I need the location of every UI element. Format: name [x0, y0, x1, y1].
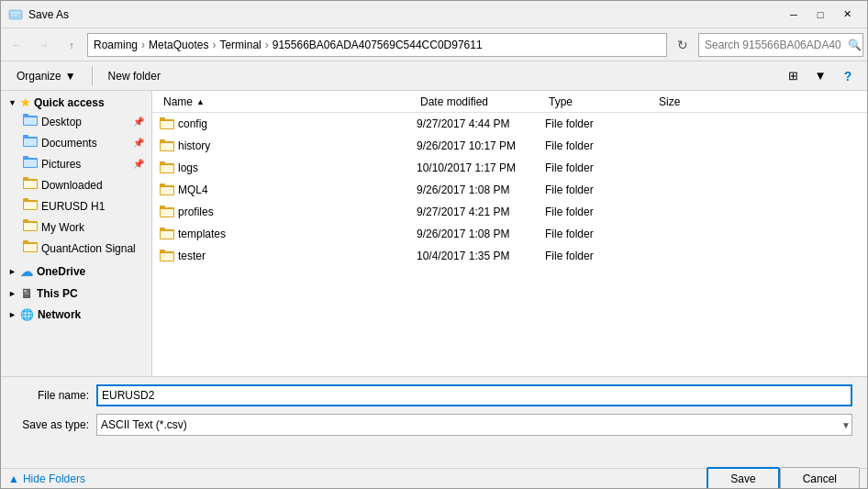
- folder-icon: [160, 117, 174, 130]
- minimize-button[interactable]: ─: [781, 6, 807, 24]
- refresh-button[interactable]: ↻: [671, 33, 695, 57]
- save-as-dialog: Save As ─ □ ✕ ← → ↑ Roaming › MetaQuotes…: [0, 0, 868, 489]
- desktop-label: Desktop: [41, 116, 129, 128]
- sidebar-section-quick-access: ▼ ★ Quick access Desktop 📌: [1, 94, 151, 259]
- help-button[interactable]: ?: [836, 65, 860, 87]
- sidebar-section-network: ► 🌐 Network: [1, 306, 151, 323]
- svg-rect-22: [24, 244, 37, 251]
- toolbar: Organize ▼ New folder ⊞ ▼ ?: [1, 61, 867, 91]
- sidebar-item-documents[interactable]: Documents 📌: [1, 132, 151, 153]
- organize-button[interactable]: Organize ▼: [8, 65, 84, 87]
- svg-rect-41: [160, 228, 165, 231]
- folder-icon: [160, 183, 174, 196]
- file-date: 9/27/2017 4:44 PM: [417, 117, 545, 130]
- file-list-header: Name ▲ Date modified Type Size: [152, 91, 867, 113]
- savetype-select[interactable]: ASCII Text (*.csv) CSV (*.csv) Text (*.t…: [96, 414, 852, 436]
- svg-rect-19: [24, 223, 37, 230]
- thispc-icon: 🖥: [20, 286, 33, 301]
- organize-arrow: ▼: [65, 70, 76, 83]
- svg-rect-43: [161, 253, 173, 261]
- svg-rect-14: [23, 177, 28, 181]
- file-area: Name ▲ Date modified Type Size: [152, 91, 867, 376]
- svg-rect-28: [161, 143, 173, 150]
- table-row[interactable]: history 9/26/2017 10:17 PM File folder: [152, 135, 867, 157]
- maximize-button[interactable]: □: [807, 6, 833, 24]
- sidebar-item-quantaction[interactable]: QuantAction Signal: [1, 238, 151, 259]
- quantaction-label: QuantAction Signal: [41, 242, 144, 255]
- table-row[interactable]: logs 10/10/2017 1:17 PM File folder: [152, 157, 867, 179]
- quick-access-label: Quick access: [34, 96, 105, 109]
- pictures-label: Pictures: [41, 158, 129, 171]
- file-type: File folder: [545, 183, 655, 196]
- table-row[interactable]: MQL4 9/26/2017 1:08 PM File folder: [152, 179, 867, 201]
- thispc-label: This PC: [37, 287, 78, 300]
- mywork-label: My Work: [41, 221, 144, 234]
- search-button[interactable]: 🔍: [848, 39, 862, 51]
- quick-access-arrow: ▼: [8, 98, 17, 107]
- title-bar: Save As ─ □ ✕: [1, 1, 867, 28]
- filename-label: File name:: [16, 389, 89, 402]
- sidebar-item-mywork[interactable]: My Work: [1, 217, 151, 238]
- search-input[interactable]: [698, 33, 863, 57]
- col-header-name[interactable]: Name ▲: [160, 91, 417, 112]
- save-button[interactable]: Save: [707, 467, 779, 490]
- pictures-icon: [23, 156, 38, 172]
- cancel-label: Cancel: [803, 472, 837, 485]
- search-wrapper: 🔍: [698, 33, 863, 57]
- file-name: logs: [178, 161, 198, 174]
- documents-pin: 📌: [133, 138, 144, 148]
- sidebar-item-pictures[interactable]: Pictures 📌: [1, 153, 151, 174]
- file-type: File folder: [545, 117, 655, 130]
- sidebar-item-downloaded[interactable]: Downloaded: [1, 174, 151, 195]
- file-date: 9/26/2017 1:08 PM: [417, 183, 545, 196]
- main-area: ▼ ★ Quick access Desktop 📌: [1, 91, 867, 376]
- network-arrow: ►: [8, 310, 17, 319]
- table-row[interactable]: config 9/27/2017 4:44 PM File folder: [152, 113, 867, 135]
- breadcrumb: Roaming › MetaQuotes › Terminal › 915566…: [87, 33, 667, 57]
- view-icon: ⊞: [788, 69, 798, 83]
- svg-rect-10: [24, 160, 37, 167]
- breadcrumb-guid[interactable]: 915566BA06ADA407569C544CC0D97611: [271, 39, 484, 51]
- breadcrumb-roaming[interactable]: Roaming: [92, 39, 139, 51]
- view-arrow-button[interactable]: ▼: [808, 65, 832, 87]
- forward-button[interactable]: →: [32, 33, 56, 57]
- sidebar-group-quick-access[interactable]: ▼ ★ Quick access: [1, 94, 151, 111]
- back-button[interactable]: ←: [5, 33, 28, 57]
- close-button[interactable]: ✕: [834, 6, 860, 24]
- cancel-button[interactable]: Cancel: [780, 467, 860, 490]
- svg-rect-7: [24, 139, 37, 146]
- help-icon: ?: [844, 69, 852, 83]
- view-dropdown-arrow: ▼: [814, 69, 826, 83]
- folder-icon: [160, 250, 174, 262]
- table-row[interactable]: profiles 9/27/2017 4:21 PM File folder: [152, 201, 867, 223]
- file-name: config: [178, 117, 207, 130]
- new-folder-button[interactable]: New folder: [100, 65, 169, 87]
- sidebar-group-network[interactable]: ► 🌐 Network: [1, 306, 151, 323]
- breadcrumb-metaquotes[interactable]: MetaQuotes: [147, 39, 210, 51]
- folder-icon: [160, 206, 174, 218]
- col-header-type[interactable]: Type: [545, 91, 655, 112]
- sidebar-group-thispc[interactable]: ► 🖥 This PC: [1, 284, 151, 303]
- svg-rect-44: [160, 250, 165, 253]
- svg-rect-40: [161, 231, 173, 239]
- table-row[interactable]: tester 10/4/2017 1:35 PM File folder: [152, 245, 867, 267]
- table-row[interactable]: templates 9/26/2017 1:08 PM File folder: [152, 223, 867, 245]
- onedrive-arrow: ►: [8, 267, 17, 276]
- file-date: 10/10/2017 1:17 PM: [417, 161, 545, 174]
- view-button[interactable]: ⊞: [781, 65, 805, 87]
- sort-arrow-name: ▲: [196, 97, 205, 106]
- new-folder-label: New folder: [108, 70, 161, 83]
- sidebar-item-desktop[interactable]: Desktop 📌: [1, 111, 151, 132]
- sidebar-group-onedrive[interactable]: ► ☁ OneDrive: [1, 262, 151, 281]
- svg-rect-17: [23, 198, 28, 202]
- col-header-size[interactable]: Size: [655, 91, 729, 112]
- up-button[interactable]: ↑: [60, 33, 83, 57]
- svg-rect-2: [11, 15, 17, 16]
- title-bar-controls: ─ □ ✕: [781, 6, 860, 24]
- breadcrumb-terminal[interactable]: Terminal: [217, 39, 262, 51]
- hide-folders-button[interactable]: ▲ Hide Folders: [8, 472, 85, 485]
- col-header-date[interactable]: Date modified: [417, 91, 545, 112]
- svg-rect-5: [23, 114, 28, 117]
- filename-input[interactable]: [96, 384, 852, 406]
- sidebar-item-eurusd[interactable]: EURUSD H1: [1, 195, 151, 217]
